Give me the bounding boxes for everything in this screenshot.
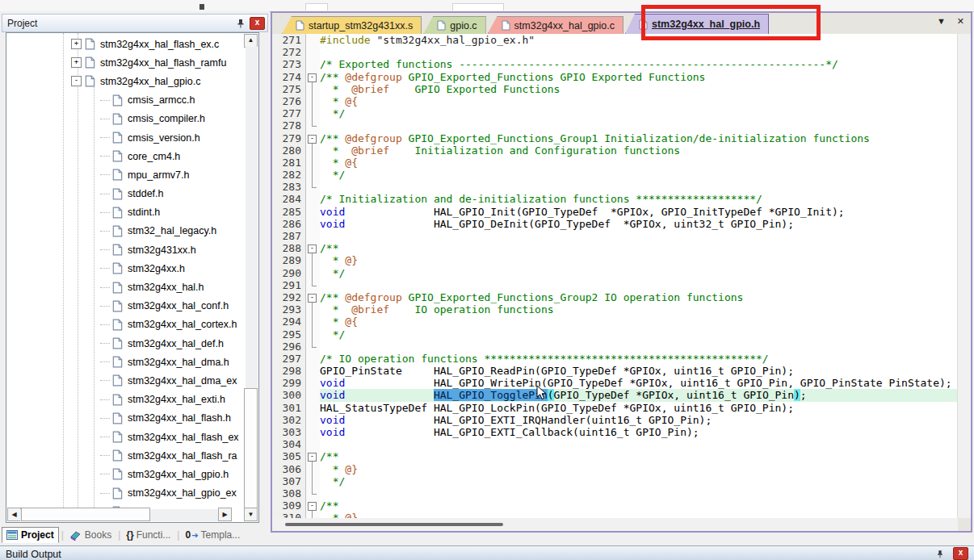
expand-icon[interactable]: + [71, 39, 82, 49]
tree-item[interactable]: stm32_hal_legacy.h [6, 222, 245, 240]
fold-collapse-icon[interactable]: - [308, 453, 317, 462]
fold-collapse-icon[interactable]: - [308, 73, 317, 82]
view-tab-separator: | [118, 529, 120, 541]
fold-margin [306, 46, 320, 58]
file-icon [112, 449, 123, 462]
close-icon[interactable]: x [250, 17, 265, 30]
code-line: 297/* IO operation functions ***********… [272, 353, 958, 365]
code-line: 307 */ [272, 475, 958, 487]
editor-horizontal-scrollbar[interactable] [272, 518, 958, 531]
fold-margin[interactable]: - [306, 291, 320, 303]
code-segment: * [320, 83, 351, 95]
tree-item-label: stm32g4xx_hal_flash_ex.c [100, 39, 219, 50]
file-icon [112, 394, 123, 406]
tree-item[interactable]: mpu_armv7.h [6, 165, 245, 184]
tree-item[interactable]: stm32g4xx_hal_exti.h [6, 391, 245, 409]
fold-collapse-icon[interactable]: - [308, 502, 317, 511]
chevron-down-icon[interactable]: ▼ [937, 16, 946, 27]
fold-margin [306, 119, 320, 132]
line-number: 276 [272, 95, 306, 107]
mouse-cursor [536, 385, 547, 403]
view-tab-books[interactable]: Books [65, 528, 115, 542]
line-number: 307 [272, 475, 306, 487]
tree-item[interactable]: stm32g4xx_hal_dma.h [6, 353, 245, 371]
code-segment: @brief [351, 144, 389, 157]
close-icon[interactable]: x [953, 547, 968, 560]
pin-icon[interactable] [935, 548, 947, 559]
collapse-icon[interactable]: - [71, 76, 82, 86]
tree-item[interactable]: stm32g431xx.h [6, 240, 245, 259]
tree-item[interactable]: stm32g4xx_hal_def.h [6, 334, 245, 353]
tree-connector [100, 418, 110, 419]
fold-margin[interactable]: - [306, 132, 320, 144]
pin-icon[interactable] [235, 18, 246, 29]
fold-collapse-icon[interactable]: - [308, 244, 317, 253]
line-number: 303 [272, 426, 306, 438]
code-editor[interactable]: 271#include "stm32g4xx_hal_gpio_ex.h"272… [272, 34, 971, 518]
code-line: 302void HAL_GPIO_EXTI_IRQHandler(uint16_… [272, 414, 958, 426]
view-tab-templa[interactable]: 0➔Templa... [181, 528, 244, 542]
code-segment [345, 389, 434, 401]
tree-item[interactable]: stm32g4xx_hal_conf.h [6, 297, 245, 316]
line-number: 287 [272, 230, 306, 242]
tree-item-label: mpu_armv7.h [128, 169, 189, 181]
view-tab-functi[interactable]: {}Functi... [122, 528, 174, 542]
code-segment: "stm32g4xx_hal_gpio_ex.h" [376, 34, 535, 46]
tree-item[interactable]: +stm32g4xx_hal_flash_ramfu [6, 53, 245, 72]
tree-item[interactable]: stm32g4xx_hal_flash_ra [6, 446, 245, 465]
code-line: 284/* Initialization and de-initializati… [272, 193, 958, 205]
tree-item[interactable]: stm32g4xx_hal.h [6, 278, 245, 296]
scroll-right-button[interactable]: ▶ [218, 508, 232, 521]
scroll-left-button[interactable]: ◀ [7, 508, 21, 521]
scroll-up-button[interactable]: ▲ [244, 34, 258, 48]
tree-item[interactable]: stddef.h [6, 185, 245, 203]
editor-tab[interactable]: startup_stm32g431xx.s [282, 16, 422, 34]
fold-margin[interactable]: - [306, 499, 320, 512]
line-number: 310 [272, 512, 306, 518]
editor-horizontal-scrollbar-thumb[interactable] [285, 523, 503, 526]
tree-item[interactable]: stm32g4xx_hal_flash.h [6, 409, 245, 428]
keil-ide-window: { "project_panel": { "title": "Project",… [0, 0, 974, 560]
code-segment: @{ [345, 95, 358, 107]
code-segment: */ [320, 267, 345, 279]
tree-item[interactable]: cmsis_armcc.h [6, 91, 245, 110]
tree-item[interactable]: stm32g4xx_hal_gpio_ex [6, 484, 245, 503]
tree-item[interactable]: stm32g4xx_hal_dma_ex [6, 371, 245, 390]
code-text: * @} [320, 463, 958, 475]
close-icon[interactable]: ✕ [957, 16, 964, 27]
fold-margin[interactable]: - [306, 242, 320, 254]
editor-vertical-scrollbar[interactable] [957, 34, 971, 518]
fold-collapse-icon[interactable]: - [308, 294, 317, 303]
code-segment: GPIO_TypeDef *GPIOx, uint16_t GPIO_Pin [554, 389, 794, 401]
view-tab-project[interactable]: Project [2, 527, 59, 543]
tree-horizontal-scrollbar-thumb[interactable] [21, 508, 150, 521]
scroll-down-button[interactable]: ▼ [244, 508, 258, 521]
code-segment: Initialization and Configuration functio… [389, 144, 680, 157]
fold-collapse-icon[interactable]: - [308, 135, 317, 144]
tree-item[interactable]: stm32g4xx_hal_gpio.h [6, 465, 245, 483]
tree-vertical-scrollbar-thumb[interactable] [244, 388, 258, 509]
tree-item[interactable]: -stm32g4xx_hal_gpio.c [6, 72, 245, 90]
fold-margin [306, 438, 320, 450]
tree-item[interactable]: core_cm4.h [6, 147, 245, 165]
editor-tab[interactable]: gpio.c [423, 16, 485, 34]
code-segment: @defgroup [345, 291, 401, 303]
tree-item[interactable]: stdint.h [6, 203, 245, 222]
expand-icon[interactable]: + [71, 57, 82, 68]
fold-margin [306, 328, 320, 341]
code-text [320, 279, 958, 291]
code-text: void HAL_GPIO_EXTI_IRQHandler(uint16_t G… [320, 414, 958, 426]
tree-item[interactable]: stm32g4xx_hal_flash_ex [6, 428, 245, 446]
line-number: 284 [272, 193, 306, 205]
tree-item[interactable]: cmsis_compiler.h [6, 110, 245, 128]
tree-item[interactable]: stm32g4xx.h [6, 259, 245, 278]
tree-item[interactable]: cmsis_version.h [6, 128, 245, 147]
line-number: 290 [272, 267, 306, 279]
editor-tab[interactable]: stm32g4xx_hal_gpio.c [488, 16, 623, 34]
fold-margin[interactable]: - [306, 450, 320, 462]
file-icon [85, 38, 95, 50]
tree-item[interactable]: stm32g4xx_hal_cortex.h [6, 316, 245, 334]
tree-connector [100, 249, 110, 250]
fold-margin[interactable]: - [306, 71, 320, 83]
tree-item[interactable]: +stm32g4xx_hal_flash_ex.c [6, 35, 245, 53]
